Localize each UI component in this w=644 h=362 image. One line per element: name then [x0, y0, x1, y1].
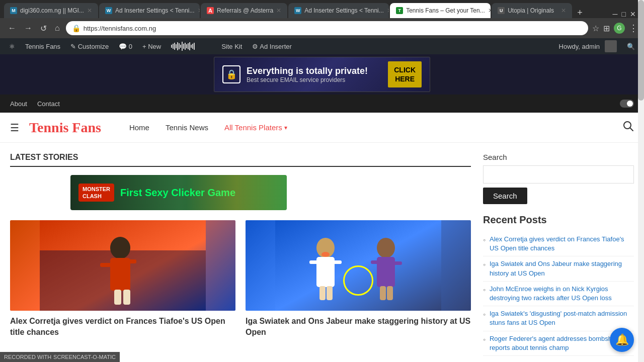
ad-cta-button[interactable]: CLICKHERE	[388, 61, 422, 87]
ad-sub-text: Best secure EMAIL service providers	[247, 76, 382, 83]
close-window-button[interactable]: ✕	[630, 10, 636, 18]
article-2-title: Iga Swiatek and Ons Jabeur make staggeri…	[246, 316, 471, 338]
tab-ad-inserter2[interactable]: W Ad Inserter Settings < Tenni... ✕	[288, 3, 389, 18]
top-ad-banner[interactable]: 🔒 Everything is totally private! Best se…	[0, 54, 644, 95]
wp-search-icon-btn[interactable]: 🔍	[622, 38, 640, 54]
wp-site-label: Tennis Fans	[25, 43, 60, 50]
wp-icon-link[interactable]: ⚛	[4, 38, 20, 54]
recent-post-4-link[interactable]: Iga Swiatek's 'disgusting' post-match ad…	[490, 309, 634, 327]
wp-comments-link[interactable]: 💬 0	[114, 38, 137, 54]
tab-close-utopia[interactable]: ✕	[561, 7, 566, 14]
tab-favicon-digi360: M	[10, 7, 17, 14]
watermark: RECORDED WITH SCREENCAST-O-MATIC	[0, 352, 120, 362]
profile-icon[interactable]: G	[614, 23, 625, 34]
article-card-1[interactable]: Alex Corretja gives verdict on Frances T…	[10, 220, 235, 338]
bell-icon: 🔔	[615, 333, 629, 346]
scrollbar-thumb[interactable]	[638, 0, 644, 101]
recent-post-2-link[interactable]: Iga Swiatek and Ons Jabeur make staggeri…	[490, 259, 634, 278]
notification-bell[interactable]: 🔔	[610, 328, 634, 352]
dark-mode-toggle[interactable]	[620, 100, 634, 108]
recent-post-1-link[interactable]: Alex Corretja gives verdict on Frances T…	[490, 235, 634, 253]
recent-post-3-link[interactable]: John McEnroe weighs in on Nick Kyrgios d…	[490, 285, 634, 303]
browser-nav-icons: ☆ ⊞ G ⋮	[592, 23, 638, 34]
svg-rect-14	[309, 260, 318, 264]
tab-label-digi360: digi360.com.ng || MGI...	[20, 7, 84, 14]
svg-point-4	[110, 237, 130, 259]
sidebar-search-button[interactable]: Search	[483, 188, 527, 204]
back-button[interactable]: ←	[6, 22, 18, 35]
nav-tennis-news[interactable]: Tennis News	[157, 113, 216, 143]
wp-howdy-label: Howdy, admin	[559, 43, 600, 50]
sidebar-search-input[interactable]	[483, 165, 634, 184]
wp-ad-inserter-link[interactable]: ⚙ Ad Inserter	[247, 38, 296, 54]
minimize-button[interactable]: ─	[613, 10, 618, 18]
bookmark-icon[interactable]: ☆	[592, 24, 599, 33]
tab-favicon-tennisfans: T	[396, 7, 403, 14]
address-bar[interactable]: 🔒 https://tennisfans.com.ng	[66, 21, 588, 35]
wp-site-kit-link[interactable]: Site Kit	[216, 38, 247, 54]
lock-icon: 🔒	[72, 24, 80, 32]
articles-grid: Alex Corretja gives verdict on Frances T…	[10, 220, 471, 338]
ad-inner-container: 🔒 Everything is totally private! Best se…	[214, 57, 430, 92]
refresh-button[interactable]: ↺	[38, 22, 49, 35]
game-ad-logo: MONSTERCLASH	[78, 184, 114, 202]
svg-rect-15	[333, 260, 342, 264]
tab-utopia[interactable]: U Utopia | Originals ✕	[492, 3, 572, 18]
main-navigation: Home Tennis News All Tennis Platers ▾	[121, 113, 295, 143]
contact-link[interactable]: Contact	[37, 100, 60, 108]
wordpress-icon: ⚛	[9, 43, 15, 50]
dropdown-arrow-icon: ▾	[284, 124, 287, 131]
site-search-icon[interactable]	[623, 121, 634, 134]
home-button[interactable]: ⌂	[53, 22, 62, 35]
tab-close-ad1[interactable]: ✕	[198, 7, 200, 14]
svg-line-1	[630, 128, 633, 131]
hamburger-menu[interactable]: ☰	[10, 122, 19, 134]
about-link[interactable]: About	[10, 100, 27, 108]
tab-adsterra[interactable]: A Referrals @ Adsterra ✕	[201, 3, 287, 18]
svg-rect-23	[387, 286, 393, 300]
maximize-button[interactable]: □	[622, 10, 626, 18]
sidebar-search-label: Search	[483, 153, 634, 161]
watermark-label: RECORDED WITH	[4, 354, 51, 360]
content-ad-banner[interactable]: MONSTERCLASH First Sexy Clicker Game	[70, 175, 287, 210]
tab-digi360[interactable]: M digi360.com.ng || MGI... ✕	[4, 3, 98, 18]
tab-label-adsterra: Referrals @ Adsterra	[217, 7, 273, 14]
nav-home[interactable]: Home	[121, 113, 157, 143]
tab-close-ad2[interactable]: ✕	[387, 7, 389, 14]
wp-howdy-link[interactable]: Howdy, admin	[554, 38, 622, 54]
add-tab-button[interactable]: +	[573, 8, 587, 18]
tab-label-tennisfans: Tennis Fans – Get your Ten...	[406, 7, 485, 14]
article-2-image	[246, 220, 471, 311]
article-card-2[interactable]: Iga Swiatek and Ons Jabeur make staggeri…	[246, 220, 471, 338]
forward-button[interactable]: →	[22, 22, 34, 35]
address-bar-row: ← → ↺ ⌂ 🔒 https://tennisfans.com.ng ☆ ⊞ …	[0, 18, 644, 38]
svg-rect-7	[125, 259, 136, 263]
tab-favicon-ad2: W	[294, 7, 301, 14]
svg-point-18	[377, 238, 395, 258]
watermark-app: SCREENCAST-O-MATIC	[53, 354, 116, 360]
site-header: ☰ Tennis Fans Home Tennis News All Tenni…	[0, 113, 644, 143]
wp-new-link[interactable]: + New	[137, 38, 166, 54]
menu-icon[interactable]: ⋮	[629, 23, 638, 34]
tab-label-ad1: Ad Inserter Settings < Tenni...	[115, 7, 195, 14]
recent-post-4: Iga Swiatek's 'disgusting' post-match ad…	[483, 306, 634, 331]
tab-close-tennisfans[interactable]: ✕	[488, 7, 491, 14]
extensions-icon[interactable]: ⊞	[603, 24, 610, 33]
wp-customize-link[interactable]: ✎ Customize	[65, 38, 114, 54]
main-content-area: LATEST STORIES MONSTERCLASH First Sexy C…	[0, 143, 644, 362]
tab-tennisfans[interactable]: T Tennis Fans – Get your Ten... ✕	[390, 3, 491, 18]
site-logo[interactable]: Tennis Fans	[29, 120, 101, 136]
wp-site-name[interactable]: Tennis Fans	[20, 38, 65, 54]
svg-rect-9	[123, 290, 130, 305]
wp-new-label: + New	[142, 43, 161, 50]
scrollbar[interactable]	[638, 0, 644, 362]
tab-close-digi360[interactable]: ✕	[87, 7, 92, 14]
nav-all-tennis-players[interactable]: All Tennis Platers ▾	[216, 113, 295, 143]
ad-text-block: Everything is totally private! Best secu…	[247, 66, 382, 83]
article-1-image	[10, 220, 235, 311]
tab-ad-inserter1[interactable]: W Ad Inserter Settings < Tenni... ✕	[99, 3, 200, 18]
tab-close-adsterra[interactable]: ✕	[276, 7, 281, 14]
svg-rect-22	[380, 286, 386, 300]
ad-main-text: Everything is totally private!	[247, 66, 382, 76]
svg-rect-19	[377, 257, 395, 287]
